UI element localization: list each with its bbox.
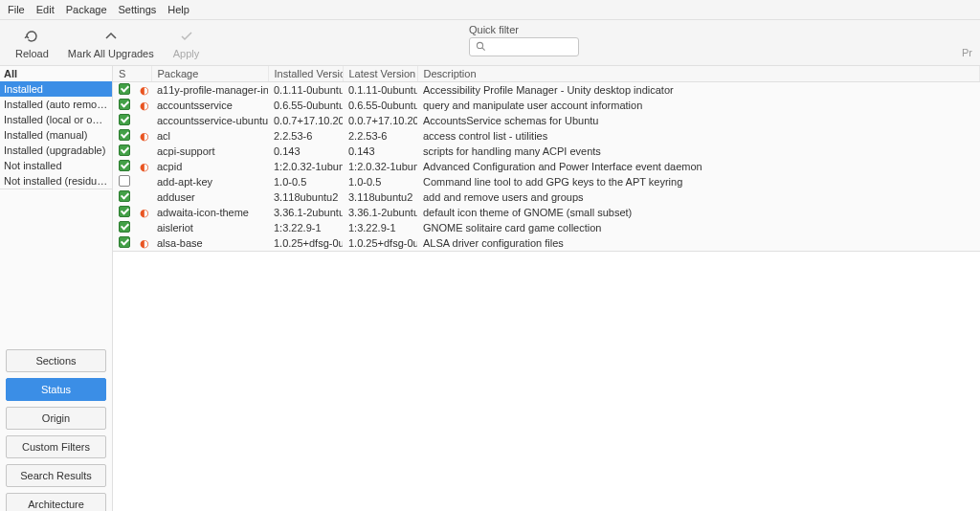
apply-button[interactable]: Apply bbox=[167, 26, 206, 61]
status-checkbox[interactable] bbox=[119, 221, 130, 233]
filter-item[interactable]: Installed bbox=[0, 81, 112, 97]
table-row[interactable]: accountsservice-ubuntu-schema0.0.7+17.10… bbox=[113, 113, 980, 128]
menu-help[interactable]: Help bbox=[167, 4, 189, 15]
quick-filter-input[interactable] bbox=[486, 41, 572, 53]
status-checkbox[interactable] bbox=[119, 190, 130, 202]
table-row[interactable]: ◐a11y-profile-manager-indicator0.1.11-0u… bbox=[113, 82, 980, 99]
filter-item[interactable]: Installed (manual) bbox=[0, 127, 112, 143]
panel-button-sections[interactable]: Sections bbox=[6, 349, 106, 372]
status-checkbox[interactable] bbox=[119, 236, 130, 248]
panel-button-search-results[interactable]: Search Results bbox=[6, 464, 106, 487]
table-row[interactable]: ◐acpid1:2.0.32-1ubuntu11:2.0.32-1ubuntu1… bbox=[113, 159, 980, 174]
cell-package: acpid bbox=[151, 159, 268, 174]
panel-button-architecture[interactable]: Architecture bbox=[6, 493, 106, 511]
cell-package: adwaita-icon-theme bbox=[151, 205, 268, 220]
filter-item[interactable]: Not installed (residual config) bbox=[0, 173, 112, 189]
right-column: S Package Installed Version Latest Versi… bbox=[113, 66, 980, 511]
apply-icon bbox=[178, 28, 195, 45]
panel-button-origin[interactable]: Origin bbox=[6, 407, 106, 430]
col-package[interactable]: Package bbox=[151, 66, 268, 82]
menu-package[interactable]: Package bbox=[66, 4, 107, 15]
panel-button-custom-filters[interactable]: Custom Filters bbox=[6, 435, 106, 458]
status-checkbox[interactable] bbox=[119, 206, 130, 217]
left-column: All InstalledInstalled (auto removable)I… bbox=[0, 66, 113, 511]
table-row[interactable]: ◐alsa-base1.0.25+dfsg-0ubunt1.0.25+dfsg-… bbox=[113, 235, 980, 251]
filter-list: All InstalledInstalled (auto removable)I… bbox=[0, 66, 112, 189]
status-checkbox[interactable] bbox=[119, 160, 130, 171]
cell-installed-version: 1:2.0.32-1ubuntu1 bbox=[268, 159, 343, 174]
cell-installed-version: 3.36.1-2ubuntu0.20 bbox=[268, 205, 343, 220]
filter-item[interactable]: Not installed bbox=[0, 158, 112, 173]
cell-description: default icon theme of GNOME (small subse… bbox=[417, 205, 980, 220]
svg-point-0 bbox=[477, 42, 482, 48]
cell-installed-version: 0.1.11-0ubuntu4 bbox=[268, 82, 343, 99]
panel-button-status[interactable]: Status bbox=[6, 378, 106, 401]
cell-latest-version: 2.2.53-6 bbox=[343, 128, 417, 144]
status-checkbox[interactable] bbox=[119, 99, 130, 110]
col-description[interactable]: Description bbox=[417, 66, 980, 82]
cell-latest-version: 1.0-0.5 bbox=[343, 174, 417, 189]
col-installed-version[interactable]: Installed Version bbox=[268, 66, 343, 82]
filter-list-head[interactable]: All bbox=[0, 66, 112, 81]
cell-latest-version: 3.118ubuntu2 bbox=[343, 189, 417, 205]
cell-installed-version: 0.6.55-0ubuntu12~2 bbox=[268, 98, 343, 113]
cell-package: a11y-profile-manager-indicator bbox=[151, 82, 268, 99]
quick-filter: Quick filter bbox=[469, 24, 579, 56]
reload-icon bbox=[23, 28, 40, 45]
ubuntu-origin-icon: ◐ bbox=[140, 84, 149, 96]
filter-item[interactable]: Installed (upgradable) bbox=[0, 143, 112, 158]
menu-settings[interactable]: Settings bbox=[119, 4, 157, 15]
cell-description: add and remove users and groups bbox=[417, 189, 980, 205]
cell-installed-version: 1.0-0.5 bbox=[268, 174, 343, 189]
cell-installed-version: 2.2.53-6 bbox=[268, 128, 343, 144]
menu-edit[interactable]: Edit bbox=[36, 4, 55, 15]
table-row[interactable]: ◐acl2.2.53-62.2.53-6access control list … bbox=[113, 128, 980, 144]
menu-file[interactable]: File bbox=[8, 4, 25, 15]
ubuntu-origin-icon: ◐ bbox=[140, 237, 149, 249]
cell-description: scripts for handling many ACPI events bbox=[417, 144, 980, 159]
cell-latest-version: 3.36.1-2ubuntu0.20 bbox=[343, 205, 417, 220]
table-row[interactable]: add-apt-key1.0-0.51.0-0.5Command line to… bbox=[113, 174, 980, 189]
caret-up-icon bbox=[102, 28, 120, 45]
cell-description: Command line tool to add GPG keys to the… bbox=[417, 174, 980, 189]
status-checkbox[interactable] bbox=[119, 83, 130, 95]
cell-latest-version: 1:3.22.9-1 bbox=[343, 220, 417, 235]
status-checkbox[interactable] bbox=[119, 175, 130, 187]
cell-package: acpi-support bbox=[151, 144, 268, 159]
ubuntu-origin-icon: ◐ bbox=[140, 161, 149, 172]
table-row[interactable]: aisleriot1:3.22.9-11:3.22.9-1GNOME solit… bbox=[113, 220, 980, 235]
status-checkbox[interactable] bbox=[119, 144, 130, 156]
table-row[interactable]: acpi-support0.1430.143scripts for handli… bbox=[113, 144, 980, 159]
status-checkbox[interactable] bbox=[119, 129, 130, 141]
status-checkbox[interactable] bbox=[119, 114, 130, 125]
ubuntu-origin-icon: ◐ bbox=[140, 207, 149, 218]
ubuntu-origin-icon: ◐ bbox=[140, 130, 149, 142]
col-latest-version[interactable]: Latest Version bbox=[343, 66, 417, 82]
col-status[interactable]: S bbox=[113, 66, 151, 82]
svg-line-1 bbox=[482, 47, 485, 50]
table-row[interactable]: ◐accountsservice0.6.55-0ubuntu12~20.6.55… bbox=[113, 98, 980, 113]
cell-latest-version: 1.0.25+dfsg-0ubunt bbox=[343, 235, 417, 251]
filter-item[interactable]: Installed (auto removable) bbox=[0, 97, 112, 112]
search-icon bbox=[476, 41, 486, 54]
table-row[interactable]: adduser3.118ubuntu23.118ubuntu2add and r… bbox=[113, 189, 980, 205]
main-area: All InstalledInstalled (auto removable)I… bbox=[0, 66, 980, 511]
description-panel bbox=[113, 251, 980, 511]
cell-package: alsa-base bbox=[151, 235, 268, 251]
filter-item[interactable]: Installed (local or obsolete) bbox=[0, 112, 112, 127]
mark-all-upgrades-button[interactable]: Mark All Upgrades bbox=[62, 26, 160, 61]
cell-package: accountsservice-ubuntu-schema bbox=[151, 113, 268, 128]
quick-filter-input-wrap[interactable] bbox=[469, 37, 579, 56]
cutoff-text: Pr bbox=[962, 47, 972, 58]
cell-description: AccountsService schemas for Ubuntu bbox=[417, 113, 980, 128]
mark-all-label: Mark All Upgrades bbox=[68, 48, 154, 59]
cell-installed-version: 1:3.22.9-1 bbox=[268, 220, 343, 235]
cell-installed-version: 3.118ubuntu2 bbox=[268, 189, 343, 205]
cell-installed-version: 1.0.25+dfsg-0ubunt bbox=[268, 235, 343, 251]
table-row[interactable]: ◐adwaita-icon-theme3.36.1-2ubuntu0.203.3… bbox=[113, 205, 980, 220]
cell-installed-version: 0.143 bbox=[268, 144, 343, 159]
cell-latest-version: 0.6.55-0ubuntu12~2 bbox=[343, 98, 417, 113]
cell-package: add-apt-key bbox=[151, 174, 268, 189]
apply-label: Apply bbox=[173, 48, 200, 59]
reload-button[interactable]: Reload bbox=[10, 26, 55, 61]
